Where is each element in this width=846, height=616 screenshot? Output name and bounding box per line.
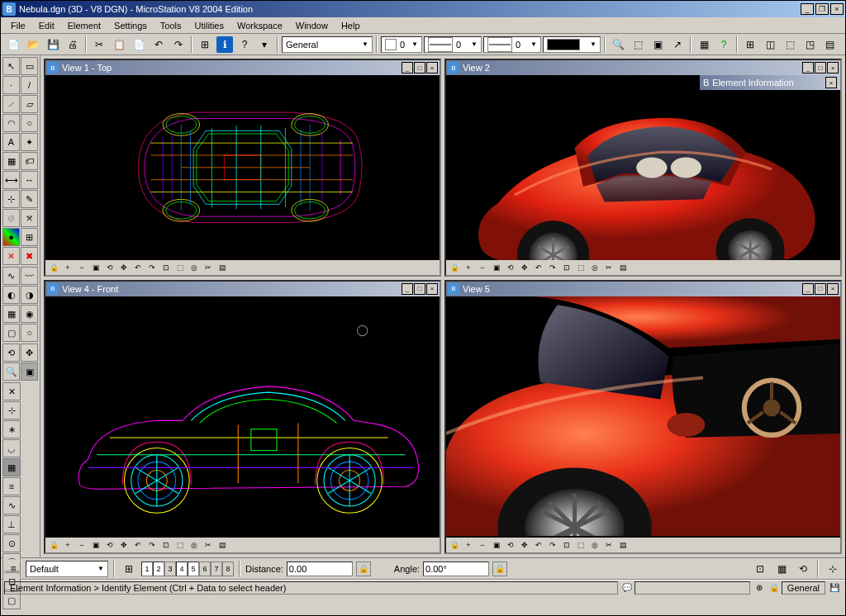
- change-tool[interactable]: ✎: [21, 190, 38, 208]
- vp2-clip-button[interactable]: ✂: [602, 261, 615, 274]
- vp4-cube-button[interactable]: ⬚: [173, 538, 187, 552]
- status-disk-icon[interactable]: 💾: [829, 582, 840, 594]
- color-tool[interactable]: ●: [2, 228, 20, 246]
- render-tool[interactable]: ◉: [21, 305, 38, 323]
- level-select[interactable]: General▼: [282, 36, 373, 53]
- info-button[interactable]: ℹ: [216, 36, 234, 54]
- viewport-1-max[interactable]: □: [414, 62, 425, 73]
- level-icon[interactable]: ≡: [4, 560, 22, 578]
- accudraw-c-button[interactable]: ⟲: [794, 560, 812, 578]
- viewport-5-titlebar[interactable]: B View 5 _ □ ×: [446, 282, 840, 296]
- zoom-button[interactable]: 🔍: [609, 36, 627, 54]
- vp2-fit-button[interactable]: ▣: [490, 261, 503, 274]
- sphere-tool[interactable]: ○: [21, 324, 38, 342]
- lineweight-select[interactable]: 0▼: [483, 36, 541, 53]
- viewport-2-min[interactable]: _: [802, 62, 814, 73]
- vp4-camera-button[interactable]: ◎: [188, 538, 201, 552]
- color-select[interactable]: 0▼: [381, 36, 422, 53]
- viewport-1-titlebar[interactable]: B View 1 - Top _ □ ×: [45, 60, 440, 75]
- vp2-rotate-button[interactable]: ⟲: [504, 261, 517, 274]
- vp1-fit-button[interactable]: ▣: [89, 261, 102, 274]
- vp4-plus-button[interactable]: +: [61, 538, 74, 552]
- tool-r4-button[interactable]: ◳: [801, 36, 819, 54]
- viewport-4-min[interactable]: _: [402, 283, 413, 295]
- close-button[interactable]: ×: [830, 3, 844, 15]
- vp2-plus-button[interactable]: +: [462, 261, 475, 274]
- vp4-display-button[interactable]: ▤: [216, 538, 229, 552]
- arrow-ne-button[interactable]: ↗: [668, 36, 687, 54]
- delete-x-tool[interactable]: ✕: [2, 247, 20, 265]
- text-tool[interactable]: A: [2, 133, 20, 151]
- angle-lock[interactable]: 🔒: [492, 562, 507, 576]
- view-button-3[interactable]: 3: [164, 562, 176, 576]
- view-cube-button[interactable]: ⬚: [629, 36, 647, 54]
- menu-tools[interactable]: Tools: [154, 19, 188, 32]
- vp2-camera-button[interactable]: ◎: [588, 261, 601, 274]
- vp1-area-button[interactable]: ⊡: [159, 261, 173, 274]
- vp2-area-button[interactable]: ⊡: [560, 261, 573, 274]
- tag-tool[interactable]: 🏷: [21, 152, 38, 170]
- vp2-cube-button[interactable]: ⬚: [574, 261, 587, 274]
- view-button-8[interactable]: 8: [222, 562, 234, 576]
- vp2-lock-button[interactable]: 🔒: [448, 261, 461, 274]
- status-message-icon[interactable]: 💬: [621, 582, 633, 594]
- vp4-lock-button[interactable]: 🔒: [47, 538, 60, 552]
- select-tool[interactable]: ↖: [2, 57, 20, 75]
- spline-tool[interactable]: 〰: [21, 267, 38, 285]
- vp5-next-button[interactable]: ↷: [546, 538, 559, 552]
- snap-a-tool[interactable]: ⊹: [2, 401, 21, 419]
- solid-tool[interactable]: ◑: [21, 286, 38, 304]
- tool-r3-button[interactable]: ⬚: [781, 36, 799, 54]
- viewport-2-titlebar[interactable]: B View 2 _ □ ×: [446, 60, 840, 75]
- tool-q2-button[interactable]: ?: [715, 36, 733, 54]
- info-panel-close[interactable]: ×: [825, 77, 837, 88]
- vp5-cube-button[interactable]: ⬚: [574, 538, 587, 552]
- accudraw-d-button[interactable]: ⊹: [824, 560, 842, 578]
- vp1-clip-button[interactable]: ✂: [202, 261, 215, 274]
- active-level-select[interactable]: Default▼: [26, 561, 108, 577]
- distance-lock[interactable]: 🔒: [356, 562, 371, 576]
- vp4-fit-button[interactable]: ▣: [89, 538, 102, 552]
- view-rotate-tool[interactable]: ⟲: [2, 344, 20, 362]
- snap-e-tool[interactable]: ≡: [2, 477, 21, 495]
- tool-q1-button[interactable]: ▦: [695, 36, 713, 54]
- new-file-button[interactable]: 📄: [4, 36, 22, 54]
- accudraw-b-button[interactable]: ▦: [772, 560, 791, 578]
- vp5-minus-button[interactable]: −: [476, 538, 489, 552]
- viewport-5-close[interactable]: ×: [827, 283, 839, 295]
- tool-r2-button[interactable]: ◫: [761, 36, 779, 54]
- angle-input[interactable]: [423, 562, 489, 576]
- linestyle-select[interactable]: 0▼: [424, 36, 482, 53]
- element-info-panel[interactable]: B Element Information ×: [700, 75, 840, 90]
- viewport-5-min[interactable]: _: [802, 283, 814, 295]
- vp1-plus-button[interactable]: +: [61, 261, 74, 274]
- status-target-icon[interactable]: ⊕: [753, 582, 765, 594]
- curve-tool[interactable]: ∿: [2, 267, 20, 285]
- viewport-4-close[interactable]: ×: [426, 283, 438, 295]
- vp5-plus-button[interactable]: +: [462, 538, 475, 552]
- vp5-pan-button[interactable]: ✥: [518, 538, 531, 552]
- mesh-tool[interactable]: ▦: [2, 305, 20, 323]
- vp5-fit-button[interactable]: ▣: [490, 538, 503, 552]
- view-screen-button[interactable]: ▣: [649, 36, 667, 54]
- help-button[interactable]: ?: [235, 36, 254, 54]
- dropdown-a-button[interactable]: ▾: [255, 36, 273, 54]
- distance-input[interactable]: [287, 562, 353, 576]
- print-button[interactable]: 🖨: [64, 36, 82, 54]
- vp4-area-button[interactable]: ⊡: [159, 538, 173, 552]
- vp5-clip-button[interactable]: ✂: [602, 538, 615, 552]
- viewport-1-canvas[interactable]: [45, 75, 440, 260]
- vp2-pan-button[interactable]: ✥: [518, 261, 531, 274]
- vp5-rotate-button[interactable]: ⟲: [504, 538, 517, 552]
- menu-edit[interactable]: Edit: [32, 19, 61, 32]
- fence-tool[interactable]: ▭: [21, 57, 38, 75]
- minimize-button[interactable]: _: [801, 3, 814, 15]
- snap-f-tool[interactable]: ∿: [2, 496, 21, 514]
- measure-point-tool[interactable]: ↔: [21, 171, 38, 189]
- view-button-2[interactable]: 2: [153, 562, 164, 576]
- snap-g-tool[interactable]: ⊥: [2, 515, 21, 533]
- vp1-display-button[interactable]: ▤: [216, 261, 229, 274]
- view-button-7[interactable]: 7: [211, 562, 222, 576]
- pattern-tool[interactable]: ▦: [2, 152, 20, 170]
- vp4-clip-button[interactable]: ✂: [202, 538, 215, 552]
